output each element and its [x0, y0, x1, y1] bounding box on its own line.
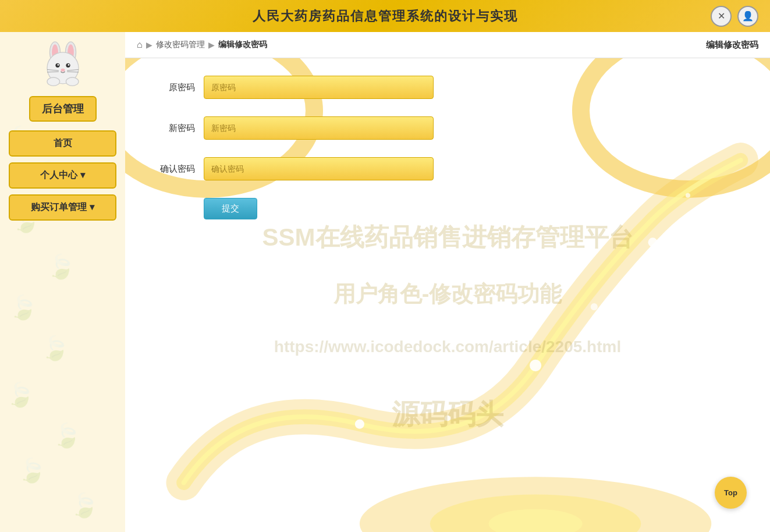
svg-point-22 [360, 477, 711, 532]
header-icons: ✕ 👤 [711, 6, 758, 27]
top-button[interactable]: Top [715, 477, 747, 509]
breadcrumb-bar: ⌂ ▶ 修改密码管理 ▶ 编辑修改密码 编辑修改密码 [125, 32, 770, 58]
breadcrumb-sep1: ▶ [146, 40, 152, 49]
nav-orders-button[interactable]: 购买订单管理 ▾ [9, 194, 116, 221]
svg-point-14 [47, 77, 60, 86]
svg-point-18 [530, 360, 541, 371]
old-password-row: 原密码 [148, 76, 747, 99]
logo-area: 后台管理 [29, 41, 97, 122]
leaf-deco: 🍃 [41, 335, 70, 362]
watermark-source: 源码码头 [392, 396, 503, 433]
form-page: SSM在线药品销售进销存管理平台 用户角色-修改密码功能 https://www… [125, 58, 770, 532]
new-password-row: 新密码 [148, 116, 747, 140]
leaf-deco: 🍃 [47, 253, 76, 281]
confirm-password-label: 确认密码 [148, 164, 195, 175]
breadcrumb-sep2: ▶ [208, 40, 215, 49]
form-container: 原密码 新密码 确认密码 提交 [125, 58, 770, 254]
admin-label: 后台管理 [29, 96, 97, 122]
leaf-deco: 🍃 [6, 381, 35, 409]
confirm-password-row: 确认密码 [148, 157, 747, 180]
svg-point-9 [61, 69, 65, 72]
breadcrumb-link-password-mgmt[interactable]: 修改密码管理 [156, 40, 205, 50]
old-password-label: 原密码 [148, 82, 195, 93]
leaf-deco: 🍃 [52, 422, 81, 449]
header-title: 人民大药房药品信息管理系统的设计与实现 [253, 8, 518, 25]
svg-point-19 [591, 303, 598, 310]
main-layout: 🍃 🍃 🍃 🍃 🍃 🍃 🍃 🍃 🍃 🍃 [0, 32, 770, 532]
leaf-deco: 🍃 [9, 294, 38, 321]
close-button[interactable]: ✕ [711, 6, 732, 27]
new-password-input[interactable] [204, 116, 434, 140]
watermark-user: 用户角色-修改密码功能 [333, 279, 562, 309]
leaf-deco: 🍃 [17, 457, 47, 484]
header: 人民大药房药品信息管理系统的设计与实现 ✕ 👤 [0, 0, 770, 32]
watermark-url: https://www.icodedock.com/article/2205.h… [274, 338, 621, 356]
svg-point-15 [66, 77, 79, 86]
svg-point-24 [489, 509, 583, 532]
svg-point-23 [430, 494, 641, 532]
leaf-deco: 🍃 [70, 492, 99, 519]
breadcrumb-current: 编辑修改密码 [218, 40, 267, 50]
svg-point-17 [445, 415, 450, 421]
user-icon: 👤 [742, 10, 754, 22]
home-icon[interactable]: ⌂ [137, 40, 143, 50]
nav-personal-button[interactable]: 个人中心 ▾ [9, 162, 116, 189]
submit-button[interactable]: 提交 [204, 198, 257, 219]
nav-home-button[interactable]: 首页 [9, 130, 116, 157]
content-area: ⌂ ▶ 修改密码管理 ▶ 编辑修改密码 编辑修改密码 [125, 32, 770, 532]
user-button[interactable]: 👤 [737, 6, 758, 27]
rabbit-logo [37, 41, 89, 93]
old-password-input[interactable] [204, 76, 434, 99]
close-icon: ✕ [718, 10, 725, 22]
sidebar: 🍃 🍃 🍃 🍃 🍃 🍃 🍃 🍃 🍃 🍃 [0, 32, 125, 532]
svg-point-16 [355, 420, 364, 429]
breadcrumb-page-title: 编辑修改密码 [706, 40, 758, 51]
submit-row: 提交 [148, 198, 747, 219]
new-password-label: 新密码 [148, 123, 195, 134]
confirm-password-input[interactable] [204, 157, 434, 180]
svg-point-8 [68, 64, 69, 66]
breadcrumb: ⌂ ▶ 修改密码管理 ▶ 编辑修改密码 [137, 40, 267, 50]
svg-point-7 [57, 64, 59, 66]
